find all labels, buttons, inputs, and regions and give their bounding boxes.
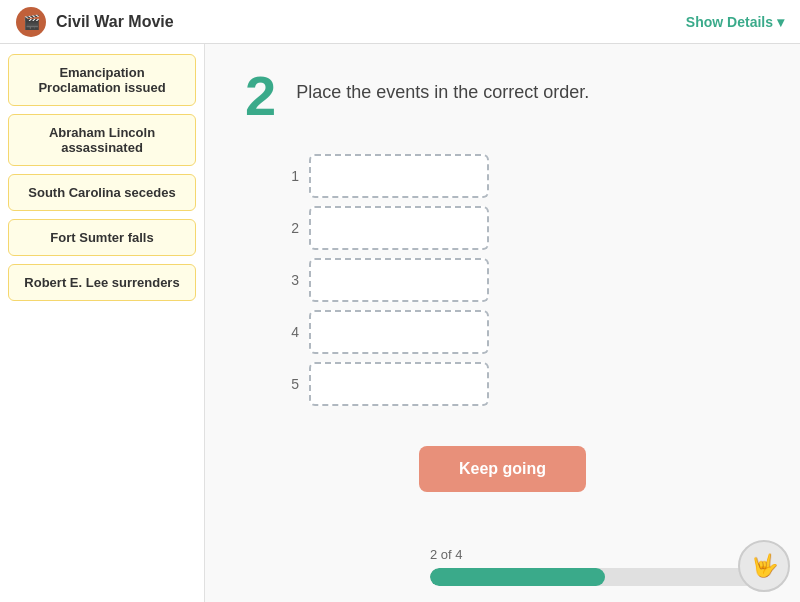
header-left: 🎬 Civil War Movie: [16, 7, 174, 37]
progress-track: [430, 568, 780, 586]
show-details-button[interactable]: Show Details ▾: [686, 14, 784, 30]
progress-label: 2 of 4: [430, 547, 780, 562]
slot-number: 4: [285, 324, 299, 340]
drop-zone[interactable]: [309, 154, 489, 198]
question-header: 2 Place the events in the correct order.: [245, 68, 760, 124]
drop-row: 3: [285, 258, 760, 302]
sign-language-icon: 🤟: [751, 553, 778, 579]
question-text: Place the events in the correct order.: [296, 68, 589, 103]
drop-zone[interactable]: [309, 206, 489, 250]
page-title: Civil War Movie: [56, 13, 174, 31]
event-card[interactable]: Fort Sumter falls: [8, 219, 196, 256]
show-details-label: Show Details: [686, 14, 773, 30]
app-logo: 🎬: [16, 7, 46, 37]
drop-zone[interactable]: [309, 310, 489, 354]
content-area: 2 Place the events in the correct order.…: [205, 44, 800, 602]
drop-row: 4: [285, 310, 760, 354]
drop-zone-list: 12345: [285, 154, 760, 406]
drop-zone[interactable]: [309, 362, 489, 406]
main-layout: Emancipation Proclamation issuedAbraham …: [0, 44, 800, 602]
drop-row: 2: [285, 206, 760, 250]
asl-avatar[interactable]: 🤟: [738, 540, 790, 592]
progress-fill: [430, 568, 605, 586]
chevron-down-icon: ▾: [777, 14, 784, 30]
slot-number: 2: [285, 220, 299, 236]
question-number: 2: [245, 68, 276, 124]
slot-number: 3: [285, 272, 299, 288]
header: 🎬 Civil War Movie Show Details ▾: [0, 0, 800, 44]
slot-number: 5: [285, 376, 299, 392]
slot-number: 1: [285, 168, 299, 184]
event-list: Emancipation Proclamation issuedAbraham …: [0, 44, 205, 602]
keep-going-button[interactable]: Keep going: [419, 446, 586, 492]
event-card[interactable]: Robert E. Lee surrenders: [8, 264, 196, 301]
event-card[interactable]: Emancipation Proclamation issued: [8, 54, 196, 106]
event-card[interactable]: South Carolina secedes: [8, 174, 196, 211]
drop-row: 1: [285, 154, 760, 198]
drop-zone[interactable]: [309, 258, 489, 302]
event-card[interactable]: Abraham Lincoln assassinated: [8, 114, 196, 166]
drop-row: 5: [285, 362, 760, 406]
